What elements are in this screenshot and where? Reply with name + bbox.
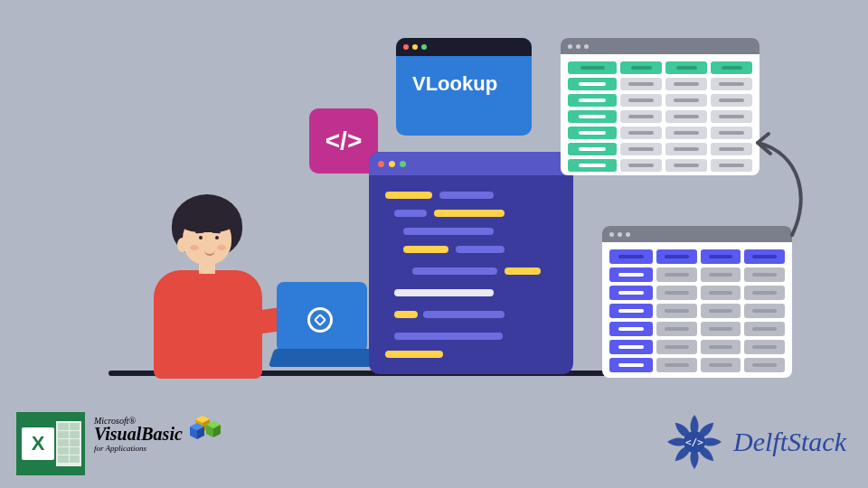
vb-visual-label: Visual [94,424,141,444]
cell [665,110,707,123]
header-cell [711,61,752,74]
code-tag-icon: </> [326,127,362,155]
cell [656,267,697,282]
cell [701,304,741,318]
code-line [439,192,494,199]
traffic-red-icon [378,161,384,167]
spreadsheet-window-green [561,38,760,175]
window-titlebar [369,152,573,175]
code-line [412,267,497,275]
row-header-cell [609,322,653,336]
cell [744,340,785,354]
cell [665,78,707,90]
code-editor-window [369,152,573,374]
person-illustration [127,194,289,375]
traffic-yellow-icon [412,44,418,50]
row-header-cell [609,286,653,300]
titlebar-dot-icon [626,232,630,237]
cell [744,267,785,282]
vb-applications-label: for Applications [94,444,230,453]
cell [665,94,707,107]
cell [620,143,662,155]
vlookup-window: VLookup [396,38,532,136]
row-header-cell [609,304,653,318]
cell [711,94,752,107]
code-line [423,311,505,318]
illustration-canvas: </> VLookup [0,0,868,488]
header-cell [701,249,741,264]
excel-x-icon: X [22,427,54,460]
code-line [403,228,494,235]
titlebar-dot-icon [618,232,622,237]
code-line [403,246,448,253]
row-header-cell [609,267,653,282]
cell [701,358,741,372]
svg-text:</>: </> [685,436,703,448]
window-titlebar [396,38,532,56]
cell [744,358,785,372]
traffic-green-icon [421,44,427,50]
header-cell [665,61,707,74]
cell [620,127,662,139]
delftstack-label: DelftStack [733,427,846,457]
excel-logo: X [16,412,85,475]
cell [701,267,741,282]
header-cell [568,61,617,74]
cell [656,286,697,300]
cell [744,286,785,300]
row-header-cell [568,143,617,155]
window-titlebar [561,38,760,54]
vb-cubes-icon [188,410,228,443]
header-cell [620,61,662,74]
titlebar-dot-icon [609,232,614,237]
row-header-cell [609,358,653,372]
cell [620,159,662,172]
cell [665,159,707,172]
cell [665,143,707,155]
code-line [505,267,541,275]
vb-basic-label: Basic [141,424,183,444]
vlookup-label: VLookup [396,56,532,96]
delftstack-mandala-icon: </> [665,412,724,472]
row-header-cell [568,78,617,90]
code-line [434,210,505,217]
laptop-illustration [271,282,380,371]
cell [711,78,752,90]
cell [744,304,785,318]
traffic-green-icon [400,161,406,167]
cell [711,110,752,123]
cell [620,78,662,90]
code-line [385,192,432,199]
row-header-cell [568,127,617,139]
header-cell [609,249,653,264]
titlebar-dot-icon [568,44,572,49]
cell [701,286,741,300]
row-header-cell [609,340,653,354]
code-line [394,311,418,318]
cell [701,340,741,354]
curved-arrow-icon [747,127,810,244]
code-line [456,246,505,253]
visual-basic-logo: Microsoft® VisualBasic for Applications [94,416,230,475]
traffic-yellow-icon [389,161,395,167]
row-header-cell [568,94,617,107]
header-cell [744,249,785,264]
spreadsheet-grid [568,61,752,172]
header-cell [656,249,697,264]
row-header-cell [568,110,617,123]
cell [620,94,662,107]
spreadsheet-window-blue [602,226,792,378]
cell [656,340,697,354]
titlebar-dot-icon [584,44,589,49]
cell [656,322,697,336]
cell [620,110,662,123]
code-line [394,289,494,296]
cell [744,322,785,336]
row-header-cell [568,159,617,172]
cell [656,304,697,318]
code-line [385,351,443,358]
cell [701,322,741,336]
cell [656,358,697,372]
traffic-red-icon [403,44,409,50]
titlebar-dot-icon [576,44,580,49]
